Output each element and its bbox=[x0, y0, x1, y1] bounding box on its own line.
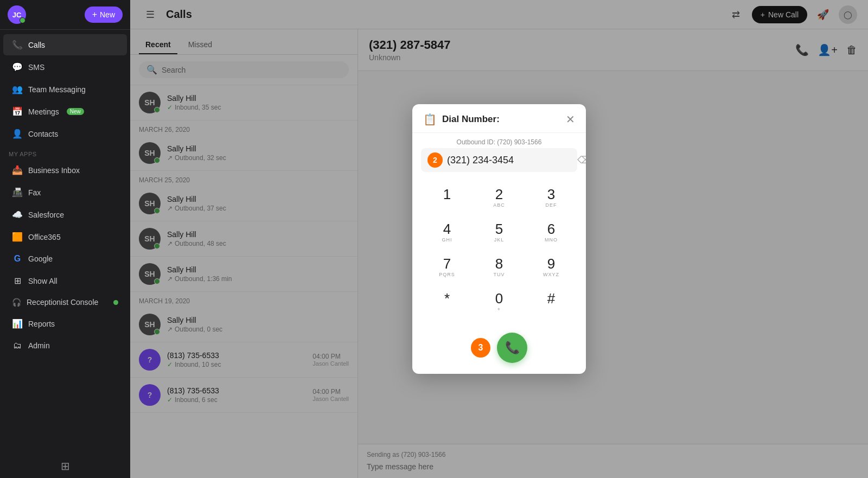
dial-key-3[interactable]: 3 DEF bbox=[525, 181, 577, 215]
outbound-id-label: Outbound ID: (720) 903-1566 bbox=[412, 133, 586, 148]
dial-key-6[interactable]: 6 MNO bbox=[525, 215, 577, 250]
sidebar-item-contacts[interactable]: 👤 Contacts bbox=[3, 123, 127, 144]
sidebar-item-team-messaging[interactable]: 👥 Team Messaging bbox=[3, 79, 127, 100]
avatar[interactable]: JC bbox=[8, 5, 26, 24]
dial-key-9[interactable]: 9 WXYZ bbox=[525, 250, 577, 285]
dial-key-star[interactable]: * bbox=[421, 285, 473, 320]
dial-key-8[interactable]: 8 TUV bbox=[473, 250, 525, 285]
receptionist-icon: 🎧 bbox=[12, 298, 21, 307]
reports-icon: 📊 bbox=[12, 318, 23, 329]
business-inbox-icon: 📥 bbox=[12, 165, 23, 175]
dial-key-hash[interactable]: # bbox=[525, 285, 577, 320]
contact-book-icon: 📋 bbox=[423, 113, 437, 126]
main-area: ☰ Calls ⇄ + New Call 🚀 ◯ Recent bbox=[130, 0, 868, 478]
sidebar-nav: 📞 Calls 💬 SMS 👥 Team Messaging 📅 Meeting… bbox=[0, 30, 130, 454]
show-all-icon: ⊞ bbox=[12, 276, 23, 286]
receptionist-online-dot bbox=[113, 300, 118, 305]
dial-key-5[interactable]: 5 JKL bbox=[473, 215, 525, 250]
sidebar-item-office365[interactable]: 🟧 Office365 bbox=[3, 226, 127, 247]
dial-call-button[interactable]: 📞 bbox=[497, 333, 527, 363]
team-messaging-icon: 👥 bbox=[12, 84, 23, 94]
phone-icon: 📞 bbox=[505, 341, 520, 355]
dial-input-row: 2 ⌫ bbox=[421, 148, 577, 172]
dial-key-4[interactable]: 4 GHI bbox=[421, 215, 473, 250]
sidebar-header: JC + New bbox=[0, 0, 130, 30]
sidebar: JC + New 📞 Calls 💬 SMS 👥 Team Messaging … bbox=[0, 0, 130, 478]
dial-modal-title: Dial Number: bbox=[442, 114, 500, 125]
sidebar-item-reports[interactable]: 📊 Reports bbox=[3, 313, 127, 334]
sms-icon: 💬 bbox=[12, 62, 23, 72]
google-icon: G bbox=[12, 254, 23, 264]
dial-key-1[interactable]: 1 bbox=[421, 181, 473, 215]
salesforce-icon: ☁️ bbox=[12, 209, 23, 220]
admin-icon: 🗂 bbox=[12, 341, 23, 350]
sidebar-item-business-inbox[interactable]: 📥 Business Inbox bbox=[3, 160, 127, 181]
sidebar-item-calls[interactable]: 📞 Calls bbox=[3, 34, 127, 55]
dial-call-row: 3 📞 bbox=[412, 328, 586, 374]
sidebar-item-show-all[interactable]: ⊞ Show All bbox=[3, 270, 127, 291]
dial-modal-header: 📋 Dial Number: ✕ bbox=[412, 104, 586, 133]
contacts-icon: 👤 bbox=[12, 129, 23, 139]
sidebar-item-salesforce[interactable]: ☁️ Salesforce bbox=[3, 204, 127, 225]
plus-icon: + bbox=[92, 10, 97, 20]
dial-modal: 📋 Dial Number: ✕ Outbound ID: (720) 903-… bbox=[412, 104, 586, 374]
sidebar-bottom: ⊞ bbox=[0, 454, 130, 478]
sidebar-item-receptionist[interactable]: 🎧 Receptionist Console bbox=[3, 292, 127, 312]
dial-key-0[interactable]: 0 + bbox=[473, 285, 525, 320]
sidebar-item-admin[interactable]: 🗂 Admin bbox=[3, 335, 127, 356]
modal-overlay[interactable]: 📋 Dial Number: ✕ Outbound ID: (720) 903-… bbox=[130, 0, 868, 478]
sidebar-item-fax[interactable]: 📠 Fax bbox=[3, 182, 127, 203]
step-2-badge: 2 bbox=[427, 152, 443, 168]
dial-key-7[interactable]: 7 PQRS bbox=[421, 250, 473, 285]
my-apps-label: MY APPS bbox=[0, 145, 130, 160]
sidebar-item-meetings[interactable]: 📅 Meetings New bbox=[3, 101, 127, 122]
meetings-badge: New bbox=[67, 108, 84, 115]
calls-icon: 📞 bbox=[12, 40, 23, 50]
meetings-icon: 📅 bbox=[12, 106, 23, 117]
step-3-badge: 3 bbox=[471, 338, 490, 358]
dial-key-2[interactable]: 2 ABC bbox=[473, 181, 525, 215]
grid-button[interactable]: ⊞ bbox=[61, 460, 70, 473]
dial-pad: 1 2 ABC 3 DEF 4 GHI 5 JKL bbox=[412, 176, 586, 328]
sidebar-item-google[interactable]: G Google bbox=[3, 248, 127, 269]
backspace-button[interactable]: ⌫ bbox=[577, 154, 586, 166]
fax-icon: 📠 bbox=[12, 187, 23, 197]
dial-number-input[interactable] bbox=[447, 155, 573, 166]
sidebar-item-sms[interactable]: 💬 SMS bbox=[3, 56, 127, 78]
new-button[interactable]: + New bbox=[85, 7, 123, 23]
close-modal-button[interactable]: ✕ bbox=[566, 113, 575, 126]
office365-icon: 🟧 bbox=[12, 232, 23, 242]
